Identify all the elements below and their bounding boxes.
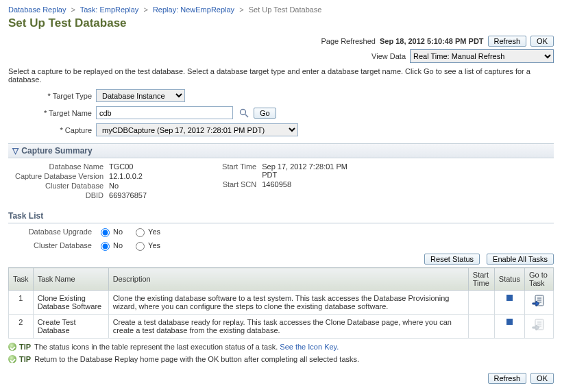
summary-val: No: [109, 182, 147, 190]
summary-key: Start SCN: [222, 180, 256, 188]
view-data-label: View Data: [371, 52, 406, 60]
icon-key-link[interactable]: See the Icon Key.: [280, 343, 339, 351]
breadcrumb-link[interactable]: Database Replay: [8, 5, 66, 14]
summary-val: Sep 17, 2012 7:28:01 PM PDT: [262, 162, 358, 179]
go-to-task-icon-disabled[interactable]: [532, 318, 547, 332]
cell-go-to-task[interactable]: [525, 291, 554, 315]
summary-val: 669376857: [109, 191, 147, 199]
cluster-db-no-radio[interactable]: [101, 242, 110, 251]
check-icon: [8, 355, 16, 363]
breadcrumb-link[interactable]: Replay: NewEmpReplay: [153, 5, 234, 14]
go-button[interactable]: Go: [254, 108, 276, 119]
col-task: Task: [9, 268, 34, 291]
capture-select[interactable]: myCDBCapture (Sep 17, 2012 7:28:01 PM PD…: [96, 123, 298, 136]
cluster-db-yes-radio[interactable]: [136, 242, 145, 251]
svg-line-1: [245, 114, 248, 117]
db-upgrade-yes-radio[interactable]: [136, 228, 145, 237]
enable-all-tasks-button[interactable]: Enable All Tasks: [487, 254, 554, 265]
tasks-table: Task Task Name Description Start Time St…: [8, 267, 554, 339]
twisty-icon: ▽: [12, 146, 19, 156]
target-name-input[interactable]: [96, 106, 233, 119]
cell-task-desc: Create a test database ready for replay.…: [108, 315, 468, 339]
reset-status-button[interactable]: Reset Status: [424, 254, 480, 265]
summary-val: 12.1.0.0.2: [109, 172, 147, 180]
cell-task-name: Clone Existing Database Software: [33, 291, 108, 315]
cell-go-to-task[interactable]: [525, 315, 554, 339]
refresh-button-footer[interactable]: Refresh: [488, 373, 527, 384]
table-header-row: Task Task Name Description Start Time St…: [9, 268, 554, 291]
breadcrumb-sep: >: [71, 5, 75, 14]
task-list-head: Task List: [8, 209, 554, 223]
breadcrumb-current: Set Up Test Database: [249, 5, 322, 14]
cell-task-num: 1: [9, 291, 34, 315]
summary-val: 1460958: [262, 180, 358, 188]
intro-text: Select a capture to be replayed on the t…: [8, 67, 554, 84]
summary-key: Database Name: [15, 162, 103, 171]
target-type-select[interactable]: Database Instance: [96, 89, 185, 102]
status-square-icon: [506, 295, 513, 301]
summary-key: Cluster Database: [15, 182, 103, 190]
page-refreshed-label: Page Refreshed: [321, 37, 376, 45]
capture-label: Capture: [8, 126, 96, 134]
summary-key: DBID: [15, 191, 103, 199]
breadcrumb-link[interactable]: Task: EmpReplay: [80, 5, 139, 14]
cell-task-num: 2: [9, 315, 34, 339]
page-title: Set Up Test Database: [8, 16, 554, 30]
col-task-name: Task Name: [33, 268, 108, 291]
breadcrumb-sep: >: [239, 5, 243, 14]
summary-val: TGC00: [109, 162, 147, 171]
check-icon: [8, 343, 16, 351]
db-upgrade-label: Database Upgrade: [22, 228, 97, 236]
cell-start-time: [468, 315, 494, 339]
target-type-label: Target Type: [8, 92, 96, 100]
svg-point-0: [241, 109, 246, 114]
breadcrumb: Database Replay > Task: EmpReplay > Repl…: [8, 5, 554, 14]
cell-start-time: [468, 291, 494, 315]
top-status-row: Page Refreshed Sep 18, 2012 5:10:48 PM P…: [8, 36, 554, 47]
go-to-task-icon[interactable]: [532, 294, 547, 308]
target-name-label: Target Name: [8, 109, 96, 117]
db-upgrade-no-radio[interactable]: [101, 228, 110, 237]
table-row: 2 Create Test Database Create a test dat…: [9, 315, 554, 339]
tip-row: TIP Return to the Database Replay home p…: [8, 355, 554, 363]
cell-status: [494, 315, 524, 339]
tip-text: Return to the Database Replay home page …: [34, 355, 359, 363]
summary-key: Capture Database Version: [15, 172, 103, 180]
db-upgrade-no[interactable]: No: [97, 226, 123, 237]
refresh-button[interactable]: Refresh: [488, 36, 527, 47]
capture-summary-title: Capture Summary: [21, 146, 92, 156]
cluster-db-label: Cluster Database: [22, 241, 97, 249]
tip-label: TIP: [19, 355, 31, 363]
status-square-icon: [506, 319, 513, 325]
page-refreshed-time: Sep 18, 2012 5:10:48 PM PDT: [380, 37, 484, 45]
tip-text: The status icons in the table represent …: [34, 343, 278, 351]
col-start-time: Start Time: [468, 268, 494, 291]
db-upgrade-yes[interactable]: Yes: [132, 226, 160, 237]
cell-status: [494, 291, 524, 315]
cell-task-name: Create Test Database: [33, 315, 108, 339]
col-description: Description: [108, 268, 468, 291]
col-go-to-task: Go to Task: [525, 268, 554, 291]
ok-button-footer[interactable]: OK: [530, 373, 554, 384]
cell-task-desc: Clone the existing database software to …: [108, 291, 468, 315]
table-row: 1 Clone Existing Database Software Clone…: [9, 291, 554, 315]
capture-summary-head[interactable]: ▽ Capture Summary: [8, 143, 554, 158]
capture-summary-body: Database Name TGC00 Capture Database Ver…: [8, 158, 554, 204]
cluster-db-yes[interactable]: Yes: [132, 240, 160, 251]
breadcrumb-sep: >: [143, 5, 147, 14]
col-status: Status: [494, 268, 524, 291]
tip-row: TIP The status icons in the table repres…: [8, 343, 554, 351]
cluster-db-no[interactable]: No: [97, 240, 123, 251]
summary-key: Start Time: [222, 162, 256, 179]
view-data-select[interactable]: Real Time: Manual Refresh: [410, 49, 554, 63]
ok-button[interactable]: OK: [530, 36, 554, 47]
tip-label: TIP: [19, 343, 31, 351]
search-icon[interactable]: [239, 108, 249, 119]
